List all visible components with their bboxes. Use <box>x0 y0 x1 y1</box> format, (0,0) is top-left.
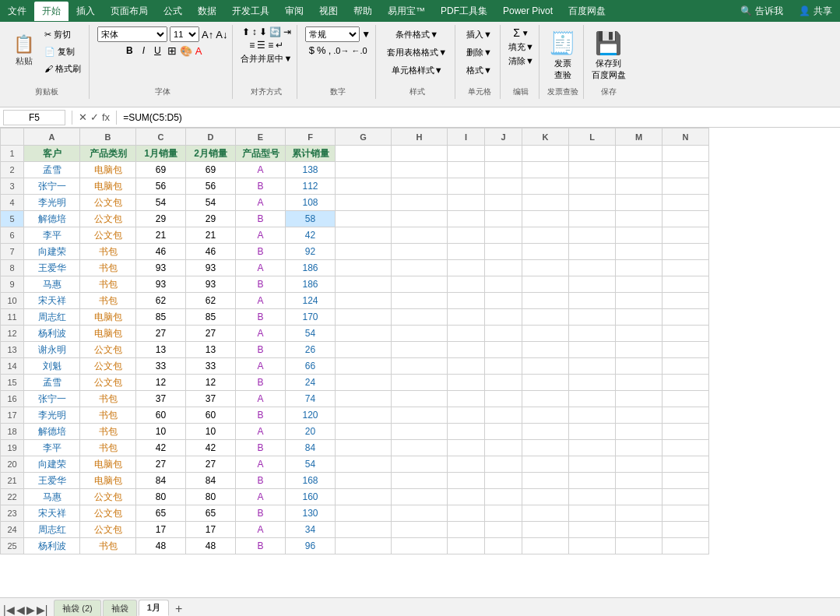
align-center-button[interactable]: ☰ <box>257 40 265 51</box>
cell-M16[interactable] <box>616 391 663 407</box>
cell-C16[interactable]: 37 <box>136 391 186 407</box>
format-as-table-button[interactable]: 套用表格格式▼ <box>384 44 450 60</box>
cell-K16[interactable] <box>522 391 569 407</box>
cell-F14[interactable]: 66 <box>286 358 336 375</box>
font-size-select[interactable]: 11 <box>170 26 199 42</box>
col-header-F[interactable]: F <box>286 128 336 146</box>
cell-B3[interactable]: 电脑包 <box>80 178 136 195</box>
cell-B7[interactable]: 书包 <box>80 244 136 260</box>
cell-F11[interactable]: 170 <box>286 309 336 326</box>
cell-J5[interactable] <box>485 211 522 227</box>
cell-I13[interactable] <box>448 342 485 358</box>
col-header-A[interactable]: A <box>24 128 80 146</box>
cell-E24[interactable]: A <box>236 522 286 538</box>
cell-F25[interactable]: 96 <box>286 538 336 554</box>
cell-F16[interactable]: 74 <box>286 391 336 407</box>
cell-J17[interactable] <box>485 407 522 424</box>
cell-K18[interactable] <box>522 424 569 440</box>
cell-J10[interactable] <box>485 293 522 309</box>
clear-button[interactable]: 清除▼ <box>508 55 534 67</box>
cell-C25[interactable]: 48 <box>136 538 186 554</box>
merge-button[interactable]: 合并并居中▼ <box>241 53 292 65</box>
number-format-select[interactable]: 常规 <box>305 26 360 42</box>
cell-M23[interactable] <box>616 505 663 522</box>
menu-data[interactable]: 数据 <box>190 2 224 21</box>
cell-C12[interactable]: 27 <box>136 326 186 342</box>
cell-C3[interactable]: 56 <box>136 178 186 195</box>
insert-cells-button[interactable]: 插入▼ <box>463 26 495 42</box>
cell-N21[interactable] <box>663 473 709 489</box>
cell-I10[interactable] <box>448 293 485 309</box>
sheet-nav-next[interactable]: ▶ <box>26 604 35 616</box>
cell-E14[interactable]: A <box>236 358 286 375</box>
cell-E7[interactable]: B <box>236 244 286 260</box>
cell-G20[interactable] <box>336 456 392 473</box>
cell-N9[interactable] <box>663 276 709 293</box>
cell-A22[interactable]: 马惠 <box>24 489 80 505</box>
sheet-tab-0[interactable]: 袖袋 (2) <box>54 600 101 616</box>
menu-tell-me[interactable]: 🔍 告诉我 <box>733 2 791 21</box>
cell-I16[interactable] <box>448 391 485 407</box>
cell-E22[interactable]: A <box>236 489 286 505</box>
cell-reference-box[interactable] <box>3 110 65 125</box>
cell-C24[interactable]: 17 <box>136 522 186 538</box>
cell-M22[interactable] <box>616 489 663 505</box>
bold-button[interactable]: B <box>123 44 136 57</box>
cell-D24[interactable]: 17 <box>186 522 236 538</box>
cell-B4[interactable]: 公文包 <box>80 195 136 211</box>
cell-M18[interactable] <box>616 424 663 440</box>
cell-D14[interactable]: 33 <box>186 358 236 375</box>
cell-C4[interactable]: 54 <box>136 195 186 211</box>
header-cell-B1[interactable]: 产品类别 <box>80 146 136 162</box>
cell-J13[interactable] <box>485 342 522 358</box>
cell-H8[interactable] <box>392 260 448 276</box>
sheet-tab-1[interactable]: 袖袋 <box>103 600 137 616</box>
percent-button[interactable]: % <box>317 44 326 56</box>
cell-M2[interactable] <box>616 162 663 178</box>
cell-E4[interactable]: A <box>236 195 286 211</box>
cell-J23[interactable] <box>485 505 522 522</box>
cell-N15[interactable] <box>663 375 709 391</box>
cell-K12[interactable] <box>522 326 569 342</box>
cell-G4[interactable] <box>336 195 392 211</box>
cell-A11[interactable]: 周志红 <box>24 309 80 326</box>
cell-M20[interactable] <box>616 456 663 473</box>
menu-share[interactable]: 👤 共享 <box>791 2 840 21</box>
cell-L5[interactable] <box>569 211 616 227</box>
col-header-L[interactable]: L <box>569 128 616 146</box>
col-header-M[interactable]: M <box>616 128 663 146</box>
cell-B10[interactable]: 书包 <box>80 293 136 309</box>
cell-F20[interactable]: 54 <box>286 456 336 473</box>
cell-I23[interactable] <box>448 505 485 522</box>
copy-button[interactable]: 📄 复制 <box>41 44 84 59</box>
cell-F6[interactable]: 42 <box>286 227 336 244</box>
cell-E18[interactable]: A <box>236 424 286 440</box>
cell-F23[interactable]: 130 <box>286 505 336 522</box>
cell-I11[interactable] <box>448 309 485 326</box>
cell-G22[interactable] <box>336 489 392 505</box>
cell-M4[interactable] <box>616 195 663 211</box>
cell-M3[interactable] <box>616 178 663 195</box>
cell-D15[interactable]: 12 <box>186 375 236 391</box>
cell-D20[interactable]: 27 <box>186 456 236 473</box>
cell-K19[interactable] <box>522 440 569 456</box>
cell-G6[interactable] <box>336 227 392 244</box>
cell-C10[interactable]: 62 <box>136 293 186 309</box>
cell-H18[interactable] <box>392 424 448 440</box>
cell-E11[interactable]: B <box>236 309 286 326</box>
col-header-D[interactable]: D <box>186 128 236 146</box>
cell-D18[interactable]: 10 <box>186 424 236 440</box>
underline-button[interactable]: U <box>151 44 164 57</box>
cell-K21[interactable] <box>522 473 569 489</box>
cell-A8[interactable]: 王爱华 <box>24 260 80 276</box>
cell-D2[interactable]: 69 <box>186 162 236 178</box>
cell-C9[interactable]: 93 <box>136 276 186 293</box>
cell-N6[interactable] <box>663 227 709 244</box>
cell-M11[interactable] <box>616 309 663 326</box>
cell-N20[interactable] <box>663 456 709 473</box>
cell-H7[interactable] <box>392 244 448 260</box>
cell-I20[interactable] <box>448 456 485 473</box>
cell-L9[interactable] <box>569 276 616 293</box>
cell-J4[interactable] <box>485 195 522 211</box>
cell-M19[interactable] <box>616 440 663 456</box>
